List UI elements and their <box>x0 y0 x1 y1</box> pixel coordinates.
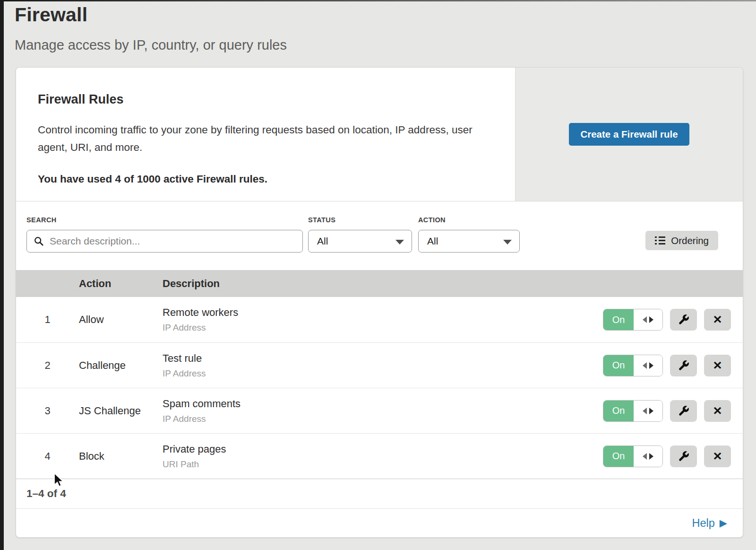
help-link-label: Help <box>692 517 715 530</box>
toggle-arrows-icon <box>634 355 662 376</box>
wrench-icon <box>678 405 690 417</box>
create-rule-panel: Create a Firewall rule <box>515 68 743 201</box>
rule-description-title: Private pages <box>163 443 603 455</box>
rules-info: Firewall Rules Control incoming traffic … <box>16 68 515 201</box>
edit-rule-button[interactable] <box>670 445 697 467</box>
rule-enabled-toggle[interactable]: On <box>603 355 663 376</box>
rule-priority: 3 <box>16 405 79 417</box>
arrow-right-icon <box>649 316 653 323</box>
wrench-icon <box>678 359 690 372</box>
status-filter-group: STATUS All <box>308 216 412 253</box>
rule-match-type: IP Address <box>163 368 603 379</box>
rules-title: Firewall Rules <box>38 92 492 107</box>
window-edge-top <box>0 0 756 1</box>
chevron-down-icon <box>395 240 404 244</box>
ordering-wrap: Ordering <box>645 231 718 250</box>
arrow-left-icon <box>643 453 647 460</box>
page-header: Firewall Manage access by IP, country, o… <box>15 4 287 53</box>
close-icon: ✕ <box>713 451 722 462</box>
delete-rule-button[interactable]: ✕ <box>704 355 731 376</box>
arrow-right-icon <box>649 408 653 414</box>
search-box <box>26 230 303 253</box>
action-label: ACTION <box>418 216 520 224</box>
column-description: Description <box>163 278 601 290</box>
toggle-arrows-icon <box>634 309 662 330</box>
ordering-button[interactable]: Ordering <box>645 231 718 250</box>
firewall-card: Firewall Rules Control incoming traffic … <box>16 67 743 538</box>
page-title: Firewall <box>15 4 287 26</box>
close-icon: ✕ <box>713 360 722 371</box>
table-row: 3 JS Challenge Spam comments IP Address … <box>16 388 743 433</box>
arrow-right-icon <box>649 453 653 460</box>
table-row: 2 Challenge Test rule IP Address On ✕ <box>16 342 743 388</box>
rule-action: Challenge <box>79 359 163 372</box>
rule-priority: 2 <box>16 359 79 372</box>
arrow-left-icon <box>643 362 647 369</box>
page-subtitle: Manage access by IP, country, or query r… <box>15 37 287 53</box>
arrow-left-icon <box>643 408 647 414</box>
status-selected-value: All <box>317 236 328 247</box>
toggle-arrows-icon <box>634 401 662 421</box>
delete-rule-button[interactable]: ✕ <box>704 445 731 467</box>
rule-action: Block <box>79 450 163 463</box>
pagination-summary: 1–4 of 4 <box>26 488 66 500</box>
rule-controls: On ✕ <box>603 355 731 376</box>
help-link[interactable]: Help ▶ <box>692 517 728 530</box>
edit-rule-button[interactable] <box>670 400 697 422</box>
rule-controls: On ✕ <box>603 445 731 467</box>
help-arrow-icon: ▶ <box>720 517 727 529</box>
action-select[interactable]: All <box>418 230 520 253</box>
edit-rule-button[interactable] <box>670 309 697 331</box>
search-icon <box>34 236 44 246</box>
rule-description-title: Test rule <box>163 352 603 365</box>
wrench-icon <box>678 314 690 326</box>
rule-enabled-toggle[interactable]: On <box>603 445 663 467</box>
list-ordered-icon <box>655 236 666 245</box>
close-icon: ✕ <box>713 405 722 417</box>
rule-description: Remote workers IP Address <box>163 306 603 333</box>
filter-bar: SEARCH STATUS All ACTION All <box>16 201 743 270</box>
rule-description: Private pages URI Path <box>163 443 603 470</box>
rule-controls: On ✕ <box>603 400 731 422</box>
rules-description: Control incoming traffic to your zone by… <box>38 121 491 156</box>
status-select[interactable]: All <box>308 230 412 253</box>
toggle-on-label: On <box>603 446 634 467</box>
create-firewall-rule-button[interactable]: Create a Firewall rule <box>569 123 689 146</box>
rule-enabled-toggle[interactable]: On <box>603 309 663 331</box>
rule-action: Allow <box>79 314 163 326</box>
rule-match-type: IP Address <box>163 323 603 333</box>
close-icon: ✕ <box>713 314 722 325</box>
window-edge-left <box>0 0 4 550</box>
edit-rule-button[interactable] <box>670 355 697 376</box>
table-row: 4 Block Private pages URI Path On ✕ <box>16 433 743 479</box>
status-label: STATUS <box>308 216 412 224</box>
toggle-on-label: On <box>603 309 634 330</box>
toggle-arrows-icon <box>634 446 662 467</box>
rule-description-title: Spam comments <box>163 398 603 410</box>
column-action: Action <box>79 278 163 290</box>
ordering-button-label: Ordering <box>671 235 709 246</box>
arrow-left-icon <box>643 316 647 323</box>
pagination-row: 1–4 of 4 <box>16 479 743 508</box>
rule-description: Test rule IP Address <box>163 352 603 379</box>
rule-enabled-toggle[interactable]: On <box>603 400 663 422</box>
search-label: SEARCH <box>26 216 303 224</box>
help-footer: Help ▶ <box>16 508 743 537</box>
rule-description-title: Remote workers <box>163 306 603 319</box>
toggle-on-label: On <box>603 355 634 376</box>
wrench-icon <box>678 450 690 463</box>
rules-usage-text: You have used 4 of 1000 active Firewall … <box>38 173 492 185</box>
chevron-down-icon <box>503 240 512 244</box>
rule-priority: 4 <box>16 450 79 463</box>
action-selected-value: All <box>427 236 438 247</box>
delete-rule-button[interactable]: ✕ <box>704 309 731 331</box>
rule-description: Spam comments IP Address <box>163 398 603 424</box>
rule-priority: 1 <box>16 314 79 326</box>
toggle-on-label: On <box>603 401 634 421</box>
table-header: Action Description <box>16 270 743 297</box>
rule-controls: On ✕ <box>603 309 731 331</box>
table-row: 1 Allow Remote workers IP Address On ✕ <box>16 297 743 342</box>
rule-match-type: IP Address <box>163 414 603 424</box>
search-input[interactable] <box>26 230 303 253</box>
delete-rule-button[interactable]: ✕ <box>704 400 731 422</box>
